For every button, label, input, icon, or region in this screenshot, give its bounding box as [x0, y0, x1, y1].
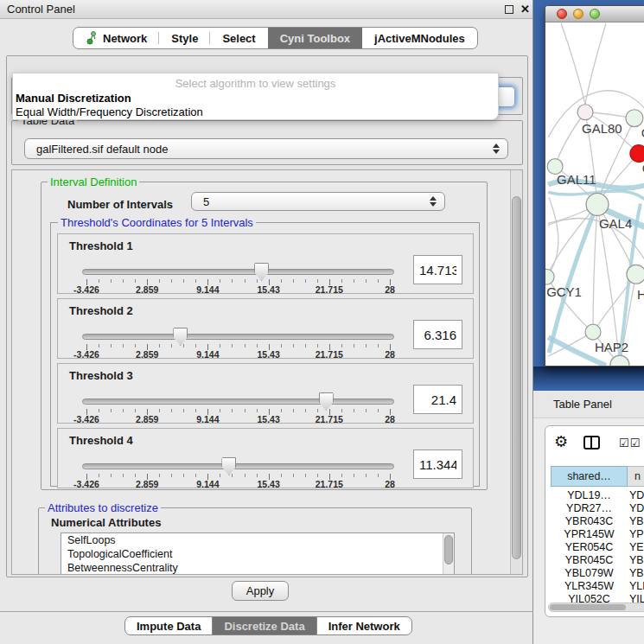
slider-tick [366, 344, 367, 348]
tab-impute-data[interactable]: Impute Data [125, 617, 213, 634]
list-item[interactable]: SelfLoops [61, 533, 454, 547]
threshold-value-field[interactable] [413, 320, 462, 349]
threshold-slider-handle[interactable] [254, 263, 269, 281]
network-canvas[interactable]: GAL80 G C GAL11 GAL4 GCY1 H HAP2 [545, 22, 644, 367]
table-row[interactable]: YPR145WYPR1 [551, 528, 644, 541]
threshold-2-panel: Threshold 2 -3.4262.8599.14415.4321.7152… [57, 298, 474, 359]
slider-tick [341, 409, 342, 412]
column-header-shared[interactable]: shared… [551, 466, 628, 487]
threshold-label: Threshold 3 [69, 369, 133, 382]
slider-tick [135, 344, 136, 348]
table-row[interactable]: YDL19…YDL1 [551, 489, 644, 502]
column-header-name[interactable]: n [628, 466, 644, 487]
tab-label: Cyni Toolbox [280, 32, 350, 45]
threshold-label: Threshold 4 [69, 434, 133, 447]
tab-cyni-toolbox[interactable]: Cyni Toolbox [268, 28, 362, 48]
close-icon[interactable]: ✕ [520, 3, 530, 16]
slider-tick [317, 344, 318, 348]
tab-style[interactable]: Style [159, 28, 210, 48]
cell: YBL0 [629, 567, 644, 579]
table-panel-title: Table Panel [553, 398, 612, 411]
slider-tick-label: 21.715 [316, 479, 343, 489]
cell: YBR0 [629, 515, 644, 527]
node-label: GCY1 [546, 284, 582, 299]
slider-tick [281, 279, 282, 283]
gear-icon[interactable]: ⚙ [554, 432, 568, 451]
settings-scroll-panel: Interval Definition Number of Intervals … [11, 169, 523, 575]
slider-tick [183, 344, 184, 348]
number-of-intervals-combobox[interactable]: 5 [191, 192, 445, 211]
table-row[interactable]: YBR043CYBR0 [551, 515, 644, 528]
tab-network[interactable]: Network [73, 28, 159, 48]
table-row[interactable]: YBL079WYBL0 [551, 567, 644, 580]
cell: YDL1 [629, 489, 644, 501]
network-window-titlebar[interactable] [545, 6, 644, 22]
threshold-slider-track[interactable] [82, 399, 394, 405]
list-item[interactable]: TopologicalCoefficient [61, 547, 454, 561]
threshold-value-field[interactable] [413, 255, 462, 284]
table-row[interactable]: YLR345WYLR3 [551, 580, 644, 593]
slider-tick-label: 28 [385, 284, 395, 295]
table-panel-titlebar: Table Panel [533, 391, 644, 418]
slider-tick [293, 409, 294, 412]
slider-tick [220, 474, 220, 477]
network-nodes[interactable] [545, 105, 644, 367]
tab-label: Select [222, 32, 255, 45]
table-row[interactable]: YBR045CYBR0 [551, 554, 644, 567]
table-row[interactable]: YER054CYER0 [551, 541, 644, 554]
tab-select[interactable]: Select [210, 28, 267, 48]
threshold-value-field[interactable] [413, 450, 462, 479]
network-node [577, 105, 593, 120]
list-item[interactable]: BetweennessCentrality [61, 561, 454, 575]
threshold-value-field[interactable] [413, 385, 462, 414]
tab-jactivemnodules[interactable]: jActiveMNodules [362, 28, 477, 48]
table-row[interactable]: YDR27…YDR2 [551, 502, 644, 515]
slider-tick [281, 344, 282, 348]
select-columns-icons[interactable]: ☑☑ [619, 437, 641, 450]
minimize-traffic-light-icon[interactable] [573, 9, 583, 19]
slider-tick [257, 409, 258, 412]
close-traffic-light-icon[interactable] [557, 9, 567, 19]
network-tab-icon [86, 31, 98, 45]
network-view-window[interactable]: GAL80 G C GAL11 GAL4 GCY1 H HAP2 [545, 5, 644, 367]
apply-button[interactable]: Apply [232, 581, 289, 601]
panel-scrollbar[interactable] [510, 170, 522, 574]
node-label: GAL4 [599, 216, 632, 231]
threshold-slider-handle[interactable] [173, 328, 188, 346]
list-scrollbar[interactable] [443, 533, 454, 575]
slider-tick [171, 474, 172, 477]
threshold-3-panel: Threshold 3 -3.4262.8599.14415.4321.7152… [57, 363, 474, 424]
tab-infer-network[interactable]: Infer Network [317, 617, 411, 634]
cyni-bottom-tabs: Impute Data Discretize Data Infer Networ… [124, 616, 412, 635]
column-layout-icon[interactable] [583, 436, 600, 450]
slider-tick [135, 279, 136, 283]
network-node [586, 194, 609, 216]
numerical-attributes-list[interactable]: SelfLoops TopologicalCoefficient Between… [61, 532, 455, 575]
tab-discretize-data[interactable]: Discretize Data [213, 617, 316, 634]
slider-tick [281, 409, 282, 412]
threshold-slider-track[interactable] [82, 334, 394, 340]
threshold-slider-track[interactable] [82, 463, 394, 469]
slider-tick [111, 344, 112, 348]
slider-tick [281, 474, 282, 477]
table-data-combobox[interactable]: galFiltered.sif default node [24, 138, 508, 159]
slider-tick [195, 279, 196, 283]
slider-tick-label: 9.144 [196, 349, 219, 360]
float-window-icon[interactable] [505, 5, 513, 14]
dropdown-option-equal-width-frequency[interactable]: Equal Width/Frequency Discretization [16, 105, 203, 118]
zoom-traffic-light-icon[interactable] [590, 9, 600, 19]
screen: Control Panel ✕ Network Style Select [0, 0, 644, 644]
threshold-slider-track[interactable] [82, 269, 394, 275]
slider-tick [317, 279, 318, 283]
attributes-to-discretize-group: Attributes to discretize Numerical Attri… [38, 507, 472, 575]
dropdown-option-manual-discretization[interactable]: Manual Discretization [16, 92, 131, 105]
cell: YDR27… [551, 502, 628, 514]
combobox-value: 5 [203, 195, 209, 208]
threshold-slider-handle[interactable] [319, 392, 334, 411]
threshold-slider-handle[interactable] [221, 457, 236, 475]
slider-tick-label: 2.859 [136, 414, 158, 424]
slider-tick-label: 15.43 [257, 349, 279, 360]
cell: YDR2 [629, 502, 644, 514]
cell: YBL079W [551, 567, 628, 579]
table-horizontal-scrollbar[interactable] [548, 603, 644, 612]
